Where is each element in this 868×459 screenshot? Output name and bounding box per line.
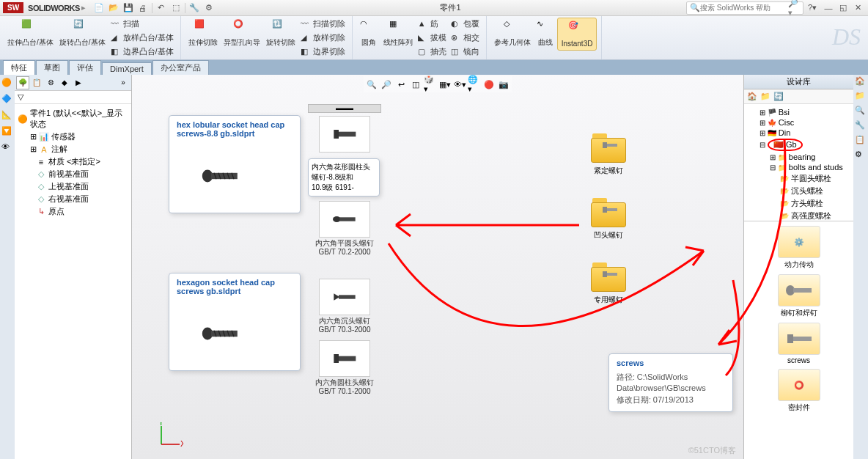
display-style-icon[interactable]: ▦▾: [438, 78, 452, 91]
ref-geometry-button[interactable]: ◇参考几何体: [491, 18, 534, 51]
help-search[interactable]: 🔍 🔎▾: [686, 1, 803, 15]
wrap-button[interactable]: ◐包覆: [449, 18, 482, 30]
property-tab[interactable]: 📋: [30, 76, 43, 89]
list-item[interactable]: [308, 116, 381, 153]
tree-node-bolts[interactable]: ⊟ 📁 bolts and studs: [747, 162, 850, 172]
rib-button[interactable]: ▲筋: [416, 18, 449, 30]
tree-node-cisc[interactable]: ⊞ 🍁 Cisc: [747, 117, 850, 128]
refresh-icon[interactable]: 🔄: [773, 92, 784, 101]
tree-node-b2[interactable]: 📂 沉头螺栓: [747, 185, 850, 197]
tree-material[interactable]: ≡材质 <未指定>: [18, 155, 128, 168]
tree-front-plane[interactable]: ◇前视基准面: [18, 168, 128, 180]
intersect-button[interactable]: ⊗相交: [449, 32, 482, 44]
grid-item-screws[interactable]: screws: [749, 323, 849, 364]
folder-item[interactable]: 凹头螺钉: [579, 198, 638, 240]
open-icon[interactable]: 📂: [108, 2, 119, 14]
section-icon[interactable]: ◫: [409, 78, 422, 91]
hole-wizard-button[interactable]: ⭕异型孔向导: [221, 18, 263, 58]
grid-item[interactable]: ⚙️动力传动: [749, 226, 849, 270]
tab-feature[interactable]: 特征: [3, 60, 35, 75]
add-icon[interactable]: 📁: [760, 92, 770, 101]
draft-button[interactable]: ◣拔模: [416, 32, 449, 44]
rp-tab-6[interactable]: ⚙: [855, 150, 867, 161]
grid-item[interactable]: 柳钉和焊钉: [749, 274, 849, 318]
select-icon[interactable]: ⬚: [170, 2, 182, 14]
linear-pattern-button[interactable]: ▦线性阵列: [380, 18, 416, 58]
tree-node-bearing[interactable]: ⊞ 📁 bearing: [747, 152, 850, 162]
extrude-cut-button[interactable]: 🟥拉伸切除: [185, 18, 221, 58]
prev-view-icon[interactable]: ↩: [394, 78, 408, 91]
sweep-button[interactable]: 〰扫描: [108, 18, 176, 30]
tab-office[interactable]: 办公室产品: [152, 60, 209, 75]
fillet-button[interactable]: ◠圆角: [357, 18, 380, 58]
instant3d-button[interactable]: 🎯Instant3D: [557, 18, 597, 51]
tab-evaluate[interactable]: 评估: [69, 60, 101, 75]
drawing-icon[interactable]: 📐: [1, 110, 13, 122]
tree-node-din[interactable]: ⊞ 🇩🇪 Din: [747, 128, 850, 138]
rp-tab-1[interactable]: 🏠: [855, 76, 867, 88]
tree-origin[interactable]: ↳原点: [18, 205, 128, 218]
view-orient-icon[interactable]: 🎲▾: [424, 78, 437, 91]
display-tab[interactable]: ▶: [72, 76, 85, 89]
options-icon[interactable]: ⚙: [203, 2, 215, 14]
collapse-icon[interactable]: «: [796, 78, 801, 87]
restore-icon[interactable]: ◱: [837, 3, 849, 13]
rp-tab-2[interactable]: 📁: [855, 91, 867, 103]
config-tab[interactable]: ⚙: [44, 76, 57, 89]
tree-node-gb[interactable]: ⊟ 🇨🇳 Gb: [747, 138, 850, 152]
tree-top-plane[interactable]: ◇上视基准面: [18, 180, 128, 193]
curves-button[interactable]: ∿曲线: [534, 18, 557, 51]
tree-sensors[interactable]: ⊞📊传感器: [18, 131, 128, 143]
list-item[interactable]: 内六角平圆头螺钉 GB/T 70.2-2000: [308, 201, 381, 257]
graphics-viewport[interactable]: 🔍 🔎 ↩ ◫ 🎲▾ ▦▾ 👁▾ 🌐▾ 🔴 📷 hex lobular sock…: [132, 75, 743, 459]
extrude-boss-button[interactable]: 🟩拉伸凸台/基体: [4, 18, 56, 58]
tree-node-b3[interactable]: 📂 方头螺栓: [747, 197, 850, 210]
filter-icon[interactable]: 🔽: [1, 126, 13, 138]
zoom-area-icon[interactable]: 🔎: [380, 78, 393, 91]
save-icon[interactable]: 💾: [122, 2, 134, 14]
close-icon[interactable]: ✕: [852, 3, 864, 13]
boundary-button[interactable]: ◧边界凸台/基体: [108, 45, 176, 58]
render-icon[interactable]: 📷: [497, 78, 510, 91]
new-icon[interactable]: 📄: [93, 2, 105, 14]
rp-tab-4[interactable]: 🔧: [855, 120, 867, 132]
help-icon[interactable]: ?▾: [806, 2, 818, 14]
loft-cut-button[interactable]: ◢放样切除: [298, 32, 347, 44]
tree-node-bsi[interactable]: ⊞ 🏴 Bsi: [747, 107, 850, 117]
tree-annotations[interactable]: ⊞A注解: [18, 143, 128, 155]
assembly-icon[interactable]: 🔷: [1, 94, 13, 106]
grid-item[interactable]: ⭕密封件: [749, 369, 849, 413]
mirror-button[interactable]: ◫镜向: [449, 45, 482, 58]
sweep-cut-button[interactable]: 〰扫描切除: [298, 18, 347, 30]
rp-tab-5[interactable]: 📋: [855, 135, 867, 147]
dimxpert-tab[interactable]: ◆: [58, 76, 71, 89]
boundary-cut-button[interactable]: ◧边界切除: [298, 45, 347, 58]
scene-icon[interactable]: 🌐▾: [468, 78, 481, 91]
tree-node-b4[interactable]: 📂 高强度螺栓: [747, 210, 850, 221]
appearance-icon[interactable]: 🔴: [482, 78, 496, 91]
hide-icon[interactable]: 👁: [1, 142, 13, 154]
search-input[interactable]: [700, 4, 788, 12]
tree-right-plane[interactable]: ◇右视基准面: [18, 193, 128, 205]
tab-sketch[interactable]: 草图: [36, 60, 68, 75]
loft-button[interactable]: ◢放样凸台/基体: [108, 32, 176, 44]
undo-icon[interactable]: ↶: [155, 2, 167, 14]
revolve-cut-button[interactable]: 🔃旋转切除: [263, 18, 298, 58]
folder-item[interactable]: 紧定螺钉: [579, 133, 638, 176]
home-icon[interactable]: 🏠: [747, 92, 757, 101]
revolve-boss-button[interactable]: 🔄旋转凸台/基体: [56, 18, 108, 58]
expand-icon[interactable]: »: [117, 76, 130, 89]
print-icon[interactable]: 🖨: [137, 2, 149, 14]
list-item[interactable]: 内六角圆柱头螺钉 GB/T 70.1-2000: [308, 340, 381, 396]
hide-show-icon[interactable]: 👁▾: [453, 78, 466, 91]
tree-filter[interactable]: ▽: [15, 91, 131, 104]
shell-button[interactable]: ▢抽壳: [416, 45, 449, 58]
feature-tree-tab[interactable]: 🌳: [16, 76, 29, 89]
tree-root[interactable]: 🟠零件1 (默认<<默认>_显示状态: [18, 107, 128, 131]
tree-node-b1[interactable]: 📂 半圆头螺栓: [747, 172, 850, 185]
rp-tab-3[interactable]: 🔍: [855, 106, 867, 117]
rebuild-icon[interactable]: 🔧: [188, 2, 200, 14]
zoom-fit-icon[interactable]: 🔍: [365, 78, 378, 91]
minimize-icon[interactable]: —: [823, 3, 834, 13]
folder-item[interactable]: 专用螺钉: [579, 262, 638, 305]
